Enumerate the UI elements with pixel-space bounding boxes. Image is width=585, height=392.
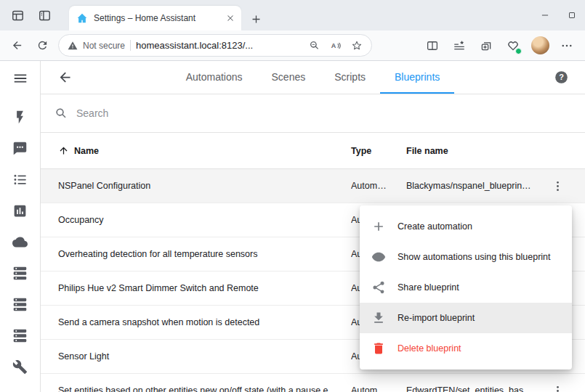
tab-title: Settings – Home Assistant — [94, 13, 219, 23]
sidebar-item[interactable] — [6, 139, 35, 157]
search-bar — [41, 94, 585, 133]
workspaces-button[interactable] — [11, 9, 25, 23]
search-icon — [55, 107, 68, 121]
hamburger-menu-icon — [12, 70, 28, 86]
close-icon — [225, 13, 235, 23]
sidebar-item[interactable] — [6, 264, 35, 282]
back-button[interactable] — [5, 33, 29, 57]
column-header-type[interactable]: Type — [351, 146, 406, 156]
favorites-button[interactable] — [448, 34, 471, 57]
help-icon: ? — [554, 70, 569, 85]
sidebar-item[interactable] — [6, 295, 35, 313]
vertical-tabs-button[interactable] — [38, 9, 52, 23]
minimize-button[interactable] — [531, 0, 558, 30]
nav-tab[interactable]: Automations — [172, 61, 257, 94]
row-name: Overheating detection for all temperatur… — [58, 249, 351, 259]
sidebar-item[interactable] — [6, 202, 35, 219]
sidebar-item[interactable] — [6, 233, 35, 250]
help-button[interactable]: ? — [546, 61, 576, 94]
column-header-name[interactable]: Name — [58, 145, 351, 156]
home-assistant-favicon-icon — [76, 12, 88, 24]
blueprint-row[interactable]: Set entities based on other entities new… — [41, 374, 585, 392]
row-name: NSPanel Configuration — [58, 181, 351, 191]
context-menu-item[interactable]: Share blueprint — [360, 272, 572, 303]
collections-button[interactable] — [475, 34, 498, 57]
window-controls — [531, 0, 585, 30]
eye-icon — [371, 250, 386, 264]
split-screen-icon — [426, 39, 439, 52]
back-arrow-icon — [11, 39, 23, 52]
split-screen-button[interactable] — [421, 34, 444, 57]
lightning-icon — [12, 110, 28, 125]
context-menu-item[interactable]: Delete blueprint — [360, 333, 572, 364]
profile-avatar — [531, 36, 549, 54]
row-name: Send a camera snapshot when motion is de… — [58, 317, 351, 327]
settings-more-button[interactable] — [555, 34, 578, 57]
back-arrow-icon — [57, 70, 73, 85]
context-menu-item-label: Share blueprint — [398, 282, 459, 293]
context-menu-item-label: Create automation — [398, 221, 472, 232]
row-file-name: EdwardTEN/set_entities_bas… — [406, 385, 544, 392]
context-menu-item[interactable]: Create automation — [360, 211, 572, 242]
chart-icon — [12, 203, 28, 219]
plus-icon — [250, 13, 262, 25]
sidebar-item[interactable] — [6, 171, 35, 188]
sidebar-menu-button[interactable] — [0, 61, 40, 96]
favorite-star-button[interactable] — [351, 40, 363, 52]
wrench-icon — [12, 359, 28, 375]
workspaces-icon — [11, 9, 25, 23]
context-menu-item[interactable]: Show automations using this blueprint — [360, 242, 572, 272]
list-icon — [12, 172, 28, 187]
more-horizontal-icon — [560, 39, 573, 52]
server-icon — [12, 266, 28, 281]
minimize-icon — [540, 10, 550, 20]
context-menu-item[interactable]: Re-import blueprint — [360, 303, 572, 333]
read-aloud-button[interactable]: A — [330, 40, 342, 52]
column-header-file[interactable]: File name — [406, 146, 544, 156]
status-green-dot — [515, 48, 522, 54]
browser-essentials-button[interactable] — [501, 34, 525, 57]
sidebar-item[interactable] — [6, 358, 35, 375]
favorites-icon — [453, 39, 466, 52]
sidebar-item[interactable] — [6, 327, 35, 344]
svg-text:?: ? — [559, 73, 564, 81]
search-input[interactable] — [76, 107, 571, 119]
url-text[interactable]: homeassistant.local:8123/... — [136, 40, 304, 51]
sort-ascending-icon — [58, 145, 69, 156]
titlebar-left-icons — [0, 9, 52, 23]
row-name: Sensor Light — [58, 351, 351, 362]
row-file-name: Blackymas/nspanel_blueprin… — [406, 181, 544, 191]
security-label[interactable]: Not secure — [83, 41, 125, 51]
dots-vertical-icon — [551, 384, 565, 392]
read-aloud-icon: A — [330, 40, 342, 52]
download-icon — [371, 311, 386, 325]
tab-close-button[interactable] — [225, 13, 235, 23]
context-menu: Create automation Show automations using… — [360, 205, 572, 369]
toolbar-back-button[interactable] — [50, 61, 79, 94]
row-type: Autom… — [351, 385, 406, 392]
delete-icon — [371, 341, 386, 356]
nav-tab[interactable]: Blueprints — [380, 61, 454, 94]
context-menu-item-label: Delete blueprint — [398, 343, 461, 354]
row-overflow-menu-button[interactable] — [551, 384, 565, 392]
server-icon — [12, 328, 28, 343]
plus-icon — [371, 219, 386, 234]
new-tab-button[interactable] — [250, 13, 262, 25]
nav-tab[interactable]: Scenes — [257, 61, 320, 94]
blueprint-row[interactable]: NSPanel Configuration Autom… Blackymas/n… — [41, 169, 585, 203]
context-menu-item-label: Re-import blueprint — [398, 313, 475, 323]
ha-sidebar — [0, 61, 41, 392]
zoom-out-button[interactable] — [309, 40, 320, 52]
address-bar[interactable]: Not secure homeassistant.local:8123/... … — [58, 34, 372, 57]
address-divider — [130, 40, 131, 51]
profile-button[interactable] — [528, 34, 552, 57]
sidebar-item[interactable] — [6, 108, 35, 126]
row-overflow-menu-button[interactable] — [551, 179, 565, 193]
browser-tab[interactable]: Settings – Home Assistant — [69, 6, 241, 30]
maximize-button[interactable] — [558, 0, 585, 30]
refresh-button[interactable] — [31, 33, 55, 57]
share-icon — [371, 280, 386, 295]
nav-tab[interactable]: Scripts — [320, 61, 380, 94]
collections-icon — [480, 39, 493, 52]
svg-text:A: A — [331, 42, 336, 49]
